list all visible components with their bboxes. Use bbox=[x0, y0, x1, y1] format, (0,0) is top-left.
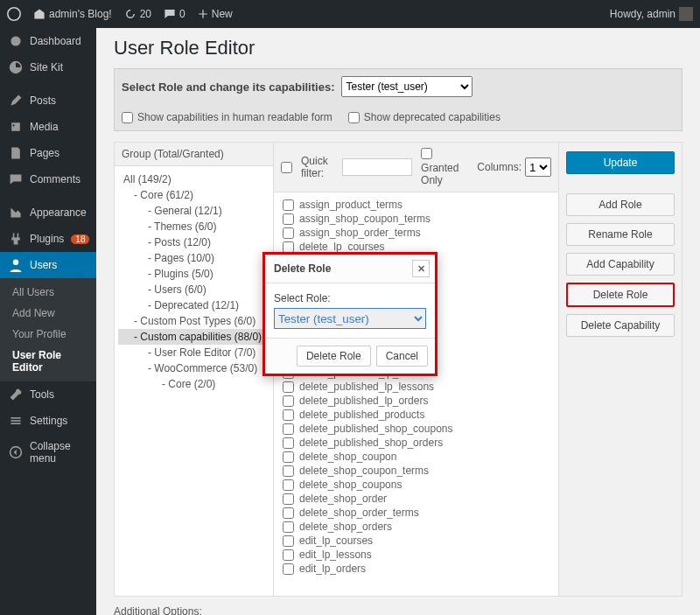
caps-toolbar: Quick filter: Granted Only Columns: 1 bbox=[274, 143, 558, 192]
capability-checkbox[interactable] bbox=[283, 549, 294, 561]
group-item[interactable]: - Pages (10/0) bbox=[118, 250, 270, 266]
menu-tools[interactable]: Tools bbox=[0, 381, 96, 408]
group-item[interactable]: - Core (2/0) bbox=[118, 376, 270, 392]
granted-only[interactable]: Granted Only bbox=[421, 148, 468, 186]
caps-select-all[interactable] bbox=[281, 162, 292, 173]
sub-user-role-editor[interactable]: User Role Editor bbox=[0, 345, 96, 378]
sub-your-profile[interactable]: Your Profile bbox=[0, 324, 96, 345]
group-item[interactable]: - Custom capabilities (88/0) bbox=[118, 329, 270, 345]
capability-row: delete_published_shop_orders bbox=[283, 436, 550, 450]
group-item[interactable]: - Posts (12/0) bbox=[118, 234, 270, 250]
menu-users-label: Users bbox=[30, 259, 57, 271]
menu-pages-label: Pages bbox=[30, 147, 60, 159]
additional-options: Additional Options: Hide admin bar bbox=[114, 605, 682, 615]
comments-link[interactable]: 0 bbox=[164, 8, 186, 20]
rename-role-button[interactable]: Rename Role bbox=[566, 223, 675, 246]
menu-plugins[interactable]: Plugins 18 bbox=[0, 226, 96, 252]
delete-capability-button[interactable]: Delete Capability bbox=[566, 314, 675, 337]
capability-row: edit_lp_courses bbox=[283, 534, 550, 548]
capability-label: delete_published_shop_coupons bbox=[299, 423, 452, 435]
capability-label: edit_lp_courses bbox=[299, 535, 373, 547]
group-item[interactable]: - Custom Post Types (6/0) bbox=[118, 313, 270, 329]
capability-checkbox[interactable] bbox=[283, 423, 294, 435]
howdy-link[interactable]: Howdy, admin bbox=[610, 7, 693, 21]
capability-checkbox[interactable] bbox=[283, 381, 294, 393]
menu-media[interactable]: Media bbox=[0, 114, 96, 140]
granted-only-input[interactable] bbox=[421, 148, 432, 159]
group-item[interactable]: - Plugins (5/0) bbox=[118, 266, 270, 282]
sub-all-users[interactable]: All Users bbox=[0, 282, 96, 303]
capability-checkbox[interactable] bbox=[283, 563, 294, 575]
capability-checkbox[interactable] bbox=[283, 241, 294, 253]
menu-pages[interactable]: Pages bbox=[0, 140, 96, 166]
capability-checkbox[interactable] bbox=[283, 451, 294, 463]
capability-label: assign_product_terms bbox=[299, 199, 402, 211]
capability-label: delete_shop_coupon bbox=[299, 451, 396, 463]
cb-deprecated-input[interactable] bbox=[348, 112, 360, 123]
cb-human-readable-input[interactable] bbox=[122, 112, 133, 123]
capability-checkbox[interactable] bbox=[283, 507, 294, 519]
menu-comments[interactable]: Comments bbox=[0, 166, 96, 192]
updates-link[interactable]: 20 bbox=[124, 8, 151, 20]
close-icon: ✕ bbox=[417, 263, 425, 275]
menu-dashboard[interactable]: Dashboard bbox=[0, 28, 96, 54]
group-item[interactable]: - User Role Editor (7/0) bbox=[118, 345, 270, 360]
quick-filter-input[interactable] bbox=[342, 158, 412, 176]
group-item[interactable]: - Deprecated (12/1) bbox=[118, 297, 270, 313]
menu-users[interactable]: Users bbox=[0, 252, 96, 278]
add-capability-button[interactable]: Add Capability bbox=[566, 253, 675, 276]
capability-checkbox[interactable] bbox=[283, 213, 294, 225]
submenu-users: All Users Add New Your Profile User Role… bbox=[0, 278, 96, 381]
capability-checkbox[interactable] bbox=[283, 227, 294, 239]
group-tree: All (149/2)- Core (61/2)- General (12/1)… bbox=[115, 166, 273, 397]
dialog-title: Delete Role bbox=[274, 262, 331, 275]
menu-dashboard-label: Dashboard bbox=[30, 35, 81, 47]
capability-checkbox[interactable] bbox=[283, 395, 294, 407]
dialog-close-button[interactable]: ✕ bbox=[412, 260, 430, 277]
granted-only-label: Granted Only bbox=[421, 162, 458, 186]
menu-collapse[interactable]: Collapse menu bbox=[0, 434, 96, 471]
group-item[interactable]: - Themes (6/0) bbox=[118, 219, 270, 234]
update-button[interactable]: Update bbox=[566, 151, 675, 174]
menu-settings[interactable]: Settings bbox=[0, 408, 96, 434]
dialog-cancel-button[interactable]: Cancel bbox=[376, 346, 428, 367]
role-select[interactable]: Tester (test_user) bbox=[341, 76, 472, 97]
group-item[interactable]: - Users (6/0) bbox=[118, 282, 270, 297]
cb-deprecated[interactable]: Show deprecated capabilities bbox=[348, 111, 500, 123]
group-item[interactable]: - General (12/1) bbox=[118, 203, 270, 219]
columns-select[interactable]: 1 bbox=[525, 157, 551, 177]
group-item[interactable]: - Core (61/2) bbox=[118, 187, 270, 203]
group-item[interactable]: - WooCommerce (53/0) bbox=[118, 360, 270, 376]
capability-row: delete_published_lp_lessons bbox=[283, 380, 550, 394]
sub-add-new[interactable]: Add New bbox=[0, 303, 96, 324]
add-role-button[interactable]: Add Role bbox=[566, 193, 675, 216]
capability-checkbox[interactable] bbox=[283, 535, 294, 547]
capability-label: delete_lp_courses bbox=[299, 241, 384, 253]
capability-checkbox[interactable] bbox=[283, 199, 294, 211]
capability-label: edit_lp_lessons bbox=[299, 549, 372, 561]
delete-role-button[interactable]: Delete Role bbox=[566, 283, 675, 307]
group-column: Group (Total/Granted) All (149/2)- Core … bbox=[115, 143, 274, 596]
capability-checkbox[interactable] bbox=[283, 493, 294, 505]
capability-checkbox[interactable] bbox=[283, 409, 294, 421]
menu-comments-label: Comments bbox=[30, 173, 80, 185]
capability-checkbox[interactable] bbox=[283, 437, 294, 449]
capability-checkbox[interactable] bbox=[283, 479, 294, 491]
capability-row: delete_shop_order_terms bbox=[283, 506, 550, 520]
avatar bbox=[679, 7, 693, 21]
dialog-role-select[interactable]: Tester (test_user) bbox=[274, 308, 426, 329]
capability-checkbox[interactable] bbox=[283, 465, 294, 477]
wp-logo-icon[interactable] bbox=[7, 7, 21, 21]
group-item[interactable]: All (149/2) bbox=[118, 171, 270, 187]
capability-checkbox[interactable] bbox=[283, 521, 294, 533]
menu-appearance-label: Appearance bbox=[30, 206, 87, 219]
menu-sitekit[interactable]: Site Kit bbox=[0, 54, 96, 80]
menu-appearance[interactable]: Appearance bbox=[0, 199, 96, 226]
menu-posts[interactable]: Posts bbox=[0, 87, 96, 114]
cb-human-readable[interactable]: Show capabilities in human readable form bbox=[122, 111, 332, 123]
comments-count: 0 bbox=[179, 8, 186, 20]
new-link[interactable]: New bbox=[198, 8, 233, 20]
actions-column: Update Add Role Rename Role Add Capabili… bbox=[559, 143, 682, 596]
dialog-delete-button[interactable]: Delete Role bbox=[297, 346, 371, 367]
site-link[interactable]: admin's Blog! bbox=[33, 8, 112, 20]
